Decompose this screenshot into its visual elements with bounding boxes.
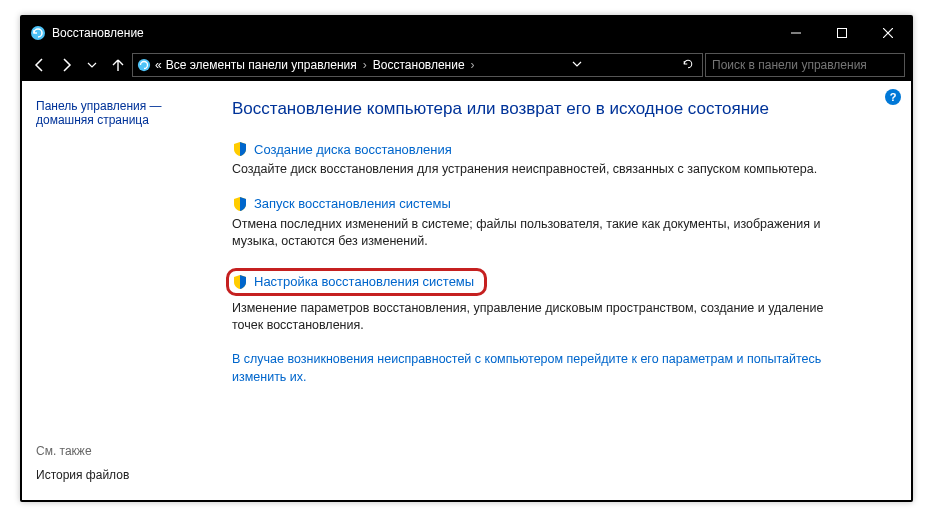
sidebar: Панель управления — домашняя страница См… bbox=[22, 81, 232, 500]
minimize-button[interactable] bbox=[773, 17, 819, 49]
breadcrumb-overflow[interactable]: « bbox=[155, 58, 162, 72]
recovery-icon bbox=[137, 58, 151, 72]
recent-dropdown-button[interactable] bbox=[80, 53, 104, 77]
link-label: Настройка восстановления системы bbox=[254, 274, 474, 289]
shield-icon bbox=[232, 141, 248, 157]
chevron-right-icon[interactable]: › bbox=[361, 58, 369, 72]
troubleshoot-pc-link[interactable]: В случае возникновения неисправностей с … bbox=[232, 351, 852, 386]
svg-rect-2 bbox=[838, 29, 847, 38]
recovery-option: Создание диска восстановления Создайте д… bbox=[232, 141, 881, 178]
address-dropdown-button[interactable] bbox=[568, 58, 586, 72]
window-title: Восстановление bbox=[52, 26, 773, 40]
see-also-heading: См. также bbox=[36, 444, 218, 458]
address-bar: « Все элементы панели управления › Восст… bbox=[22, 49, 911, 81]
chevron-right-icon[interactable]: › bbox=[469, 58, 477, 72]
shield-icon bbox=[232, 196, 248, 212]
start-system-restore-link[interactable]: Запуск восстановления системы bbox=[232, 196, 881, 212]
titlebar: Восстановление bbox=[22, 17, 911, 49]
option-description: Изменение параметров восстановления, упр… bbox=[232, 300, 852, 334]
maximize-button[interactable] bbox=[819, 17, 865, 49]
control-panel-home-link[interactable]: Панель управления — домашняя страница bbox=[36, 99, 162, 127]
option-description: Отмена последних изменений в системе; фа… bbox=[232, 216, 852, 250]
recovery-option-highlighted: Настройка восстановления системы Изменен… bbox=[232, 268, 881, 334]
configure-system-restore-link[interactable]: Настройка восстановления системы bbox=[226, 268, 487, 296]
link-label: Запуск восстановления системы bbox=[254, 196, 451, 211]
recovery-option: Запуск восстановления системы Отмена пос… bbox=[232, 196, 881, 250]
option-description: Создайте диск восстановления для устране… bbox=[232, 161, 852, 178]
up-button[interactable] bbox=[106, 53, 130, 77]
recovery-app-icon bbox=[30, 25, 46, 41]
shield-icon bbox=[232, 274, 248, 290]
svg-point-0 bbox=[31, 26, 45, 40]
link-label: Создание диска восстановления bbox=[254, 142, 452, 157]
back-button[interactable] bbox=[28, 53, 52, 77]
breadcrumb-segment[interactable]: Все элементы панели управления bbox=[166, 58, 357, 72]
refresh-button[interactable] bbox=[678, 58, 698, 73]
close-button[interactable] bbox=[865, 17, 911, 49]
svg-point-5 bbox=[138, 59, 150, 71]
help-button[interactable]: ? bbox=[885, 89, 901, 105]
address-box[interactable]: « Все элементы панели управления › Восст… bbox=[132, 53, 703, 77]
file-history-link[interactable]: История файлов bbox=[36, 468, 129, 482]
create-recovery-drive-link[interactable]: Создание диска восстановления bbox=[232, 141, 881, 157]
search-input[interactable] bbox=[712, 58, 898, 72]
search-box[interactable] bbox=[705, 53, 905, 77]
page-heading: Восстановление компьютера или возврат ег… bbox=[232, 99, 881, 119]
main-content: Восстановление компьютера или возврат ег… bbox=[232, 81, 911, 500]
forward-button[interactable] bbox=[54, 53, 78, 77]
breadcrumb-segment[interactable]: Восстановление bbox=[373, 58, 465, 72]
